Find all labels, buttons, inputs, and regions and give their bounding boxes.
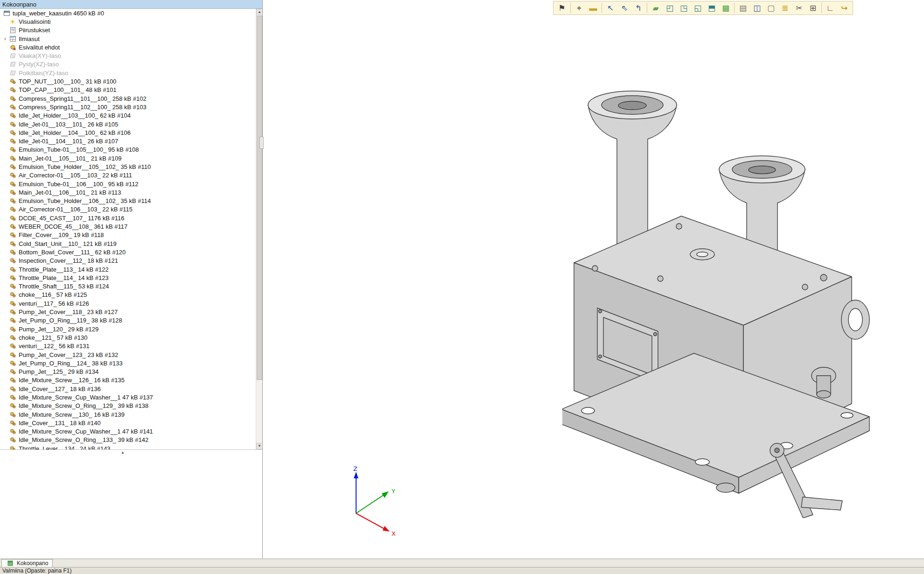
tree-root-item[interactable]: tupla_weber_kaasutin 4650 kB #0 [0,9,256,17]
view-shaded-icon[interactable]: ▩ [719,2,733,14]
layers-icon[interactable]: ≣ [778,2,792,14]
tree-item[interactable]: Pump_Jet__125_ 29 kB #134 [0,367,256,376]
tree-item[interactable]: Idle_Mixture_Screw__130_ 16 kB #139 [0,410,256,419]
tree-item-label: Pysty(XZ)-taso [17,61,59,68]
cad-application-window: Kokoonpano tupla_weber_kaasutin 4650 kB … [0,0,924,574]
tree-item[interactable]: Compress_Spring11__102__100_ 258 kB #103 [0,103,256,111]
tree-item[interactable]: Pump_Jet__120_ 29 kB #129 [0,325,256,333]
tree-item-label: Filter_Cover__109_ 19 kB #118 [17,231,104,238]
tree-item[interactable]: Pump_Jet_Cover__118_ 23 kB #127 [0,308,256,316]
cursor-snap-icon[interactable]: ↰ [631,2,645,14]
tree-item[interactable]: Idle_Mixture_Screw_Cup_Washer__1 47 kB #… [0,393,256,401]
part-icon [8,301,17,307]
tree-item[interactable]: Idle_Jet_Holder__104__100_ 62 kB #106 [0,128,256,137]
tree-item[interactable]: Pump_Jet_Cover__123_ 23 kB #132 [0,350,256,359]
cursor-select-icon[interactable]: ↖ [603,2,617,14]
part-icon [8,283,17,289]
tree-item-label: venturi__122_ 56 kB #131 [17,343,90,350]
tree-item[interactable]: Cold_Start_Unit__110_ 121 kB #119 [0,239,256,248]
tree-item[interactable]: Air_Corrector-01__106__103_ 22 kB #115 [0,205,256,214]
tree-item[interactable]: Idle_Mixture_Screw_Cup_Washer__1 47 kB #… [0,427,256,436]
tree-item[interactable]: Throttle_Lever__134_ 24 kB #143 [0,444,256,449]
tree-splitter[interactable]: ▲ [0,449,262,455]
tree-item[interactable]: venturi__117_ 56 kB #126 [0,299,256,308]
scrollbar-thumb[interactable] [257,16,262,380]
tree-item[interactable]: Pysty(XZ)-taso [0,60,256,69]
hatch-icon[interactable]: ▤ [736,2,750,14]
tree-item[interactable]: ☀Visualisointi [0,17,256,26]
tree-item[interactable]: Jet_Pump_O_Ring__124_ 38 kB #133 [0,359,256,367]
tree-item[interactable]: DCOE_45_CAST__107_ 1176 kB #116 [0,214,256,222]
tree-item[interactable]: Idle_Mixture_Screw_O_Ring__133_ 39 kB #1… [0,436,256,444]
appearances-icon [8,36,17,42]
screen-pick-icon[interactable]: ⊞ [806,2,820,14]
tree-item[interactable]: ›Ilmiasut [0,35,256,43]
tree-item[interactable]: Idle_Jet-01__103__101_ 26 kB #105 [0,120,256,128]
cut-icon[interactable]: ✂ [792,2,806,14]
export-icon[interactable]: ↪ [837,2,851,14]
tree-item[interactable]: Piirustukset [0,26,256,35]
tree-item-label: Bottom_Bowl_Cover__111_ 62 kB #120 [17,249,126,256]
face-shade-icon[interactable]: ▰ [649,2,663,14]
part-icon [8,292,17,298]
view-top-icon[interactable]: ◱ [691,2,705,14]
tree-item[interactable]: Throttle_Plate__114_ 14 kB #123 [0,273,256,282]
tree-item[interactable]: WEBER_DCOE_45__108_ 361 kB #117 [0,222,256,231]
tree-item[interactable]: Idle_Cover__131_ 18 kB #140 [0,419,256,427]
tree-item-label: TOP_NUT__100__100_ 31 kB #100 [17,78,116,85]
panel-divider-grip[interactable] [259,137,264,149]
tree-item[interactable]: Main_Jet-01__106__101_ 21 kB #113 [0,188,256,196]
cursor-context-icon[interactable]: ⇖ [617,2,631,14]
tree-item[interactable]: Throttle_Shaft__115_ 53 kB #124 [0,282,256,291]
tree-scrollbar[interactable]: ▲ ▼ [256,9,262,449]
part-icon [8,138,17,144]
tree-item[interactable]: Idle_Jet_Holder__103__100_ 62 kB #104 [0,112,256,120]
part-icon [8,377,17,383]
view-iso-icon[interactable]: ⬒ [705,2,719,14]
tree-item-label: Throttle_Plate__113_ 14 kB #122 [17,266,109,273]
tree-item[interactable]: Idle_Mixture_Screw__126_ 16 kB #135 [0,376,256,385]
tree-item[interactable]: Throttle_Plate__113_ 14 kB #122 [0,265,256,273]
tree-item[interactable]: Emulsion_Tube_Holder__106__102_ 35 kB #1… [0,197,256,205]
expander-icon[interactable]: › [2,35,8,42]
tree-item[interactable]: choke__116_ 57 kB #125 [0,291,256,299]
tree-item[interactable]: Main_Jet-01__105__101_ 21 kB #109 [0,154,256,162]
part-icon [8,104,17,110]
tree-item[interactable]: TOP_CAP__100__101_ 48 kB #101 [0,86,256,94]
tree-item[interactable]: Emulsion_Tube-01__105__100_ 95 kB #108 [0,146,256,154]
toolbar-separator [570,3,571,13]
tree-item[interactable]: Idle_Jet-01__104__101_ 26 kB #107 [0,137,256,145]
tree-item[interactable]: Esivalitut ehdot [0,43,256,51]
tree-item[interactable]: Air_Corrector-01__105__103_ 22 kB #111 [0,171,256,180]
splitter-collapse-icon[interactable]: ▲ [118,450,128,455]
origin-icon[interactable]: ∟ [823,2,837,14]
tree-item[interactable]: venturi__122_ 56 kB #131 [0,342,256,350]
scroll-down-icon[interactable]: ▼ [256,443,263,449]
pin-icon[interactable]: ⚑ [555,2,569,14]
part-icon [8,78,17,84]
pick-box-icon[interactable]: ⌖ [572,2,586,14]
tree-item[interactable]: choke__121_ 57 kB #130 [0,333,256,342]
ruler-icon[interactable]: ▬ [586,2,600,14]
tree-item[interactable]: Compress_Spring11__101__100_ 258 kB #102 [0,94,256,103]
tree-item[interactable]: Poikittais(YZ)-taso [0,69,256,77]
scroll-up-icon[interactable]: ▲ [256,9,263,15]
tree-item-label: Idle_Cover__127_ 18 kB #136 [17,385,101,392]
view-side-icon[interactable]: ◳ [677,2,691,14]
tree-item[interactable]: Jet_Pump_O_Ring__119_ 38 kB #128 [0,316,256,325]
tree-item[interactable]: Inspection_Cover__112_ 18 kB #121 [0,257,256,265]
tab-assembly[interactable]: Kokoonpano [1,559,53,567]
tree-item[interactable]: TOP_NUT__100__100_ 31 kB #100 [0,77,256,85]
tree-item[interactable]: Emulsion_Tube-01__106__100_ 95 kB #112 [0,180,256,188]
sheet-icon[interactable]: ▢ [764,2,778,14]
tree-item[interactable]: Emulsion_Tube_Holder__105__102_ 35 kB #1… [0,162,256,171]
clipboard-icon[interactable]: ◫ [750,2,764,14]
tree-item[interactable]: Bottom_Bowl_Cover__111_ 62 kB #120 [0,248,256,256]
part-icon [8,206,17,212]
view-front-icon[interactable]: ◰ [663,2,677,14]
carburetor-model[interactable] [562,77,870,518]
tree-item[interactable]: Vaaka(XY)-taso [0,51,256,60]
tree-item[interactable]: Filter_Cover__109_ 19 kB #118 [0,231,256,239]
tree-item[interactable]: Idle_Mixture_Screw_O_Ring__129_ 39 kB #1… [0,402,256,410]
tree-item[interactable]: Idle_Cover__127_ 18 kB #136 [0,385,256,393]
